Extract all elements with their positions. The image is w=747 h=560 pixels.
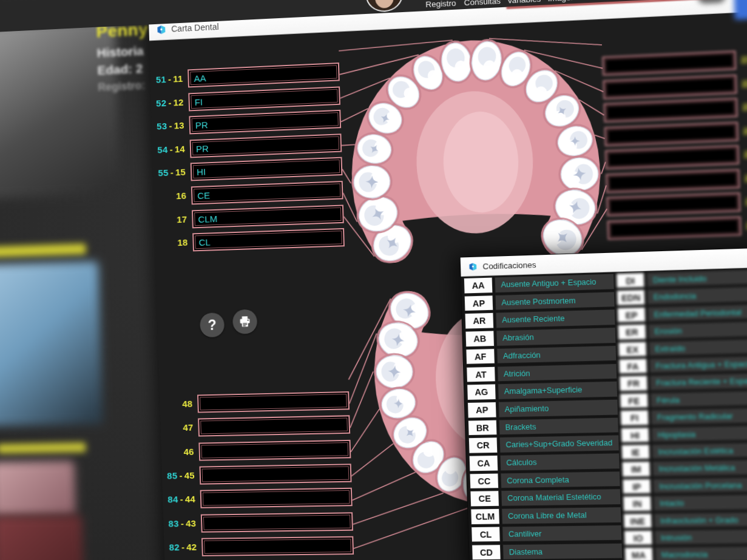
codif-code-IO[interactable]: IO (624, 530, 652, 546)
help-button[interactable]: ? (200, 312, 225, 337)
codif-code-EDN[interactable]: EDN (617, 289, 645, 305)
codif-desc-CC[interactable]: Corona Completa (500, 471, 620, 489)
codif-desc-AP[interactable]: Apiñamiento (498, 399, 618, 417)
codif-code-ER[interactable]: ER (618, 324, 646, 340)
codif-desc-DI[interactable]: Diente Incluido (646, 269, 747, 288)
tooth-code-input-28[interactable] (607, 216, 742, 239)
tooth-code-input-15[interactable]: HI (191, 157, 343, 181)
codif-desc-MA[interactable]: Macrodoncia (655, 546, 747, 560)
codif-code-FR[interactable]: FR (619, 376, 647, 391)
codif-desc-AP[interactable]: Ausente Postmortem (495, 291, 615, 311)
codif-code-CA[interactable]: CA (469, 455, 499, 471)
codif-code-IM[interactable]: IM (622, 461, 651, 477)
codif-desc-IN[interactable]: Intacto (653, 494, 747, 511)
codif-desc-CL[interactable]: Cantiliver (502, 525, 622, 542)
codif-desc-HI[interactable]: Hipoplasia (651, 425, 747, 442)
codif-desc-AB[interactable]: Abrasión (496, 327, 616, 346)
codif-code-IE[interactable]: IE (621, 444, 650, 460)
codif-code-CC[interactable]: CC (470, 473, 499, 489)
codif-desc-AT[interactable]: Atrición (497, 363, 617, 382)
tooth-code-input-47[interactable] (198, 416, 350, 437)
codif-desc-ER[interactable]: Erosión (648, 321, 747, 339)
tooth-code-input-22[interactable] (603, 75, 737, 99)
codif-desc-FR[interactable]: Fractura Reciente + Espacio (649, 373, 747, 391)
codif-code-AA[interactable]: AA (464, 277, 493, 294)
codif-desc-EX[interactable]: Extraído (648, 339, 747, 357)
tooth-code-input-13[interactable]: PR (189, 110, 341, 135)
codif-code-IP[interactable]: IP (622, 479, 651, 494)
codif-desc-EP[interactable]: Enfermedad Periodontal (647, 304, 747, 322)
tooth-code-input-24[interactable] (604, 121, 739, 146)
tooth-row: 84-44 (200, 490, 201, 508)
side-panel-blue (733, 0, 747, 20)
codif-desc-CLM[interactable]: Corona Libre de Metal (501, 507, 621, 524)
tooth-code-input-25[interactable] (605, 145, 739, 169)
codif-desc-CR[interactable]: Caries+Sup+Grado Severidad (499, 435, 620, 453)
codif-code-CE[interactable]: CE (470, 491, 499, 507)
codif-code-AP[interactable]: AP (467, 402, 497, 418)
codif-code-FE[interactable]: FE (620, 393, 648, 408)
codif-desc-AR[interactable]: Ausente Reciente (495, 309, 615, 329)
tooth-number-label: 84-44 (141, 490, 195, 509)
codif-desc-BR[interactable]: Brackets (499, 417, 619, 435)
codif-code-FI[interactable]: FI (620, 410, 649, 425)
codif-code-AP[interactable]: AP (464, 295, 494, 312)
codif-code-EX[interactable]: EX (618, 341, 647, 357)
codif-desc-AG[interactable]: Amalgama+Superficie (498, 381, 618, 400)
tooth-code-input-18[interactable]: CL (192, 228, 345, 251)
tooth-code-input-17[interactable]: CLM (192, 204, 344, 228)
tooth-code-input-16[interactable]: CE (191, 181, 343, 204)
tooth-code-input-48[interactable] (197, 391, 350, 413)
tooth-code-input-45[interactable] (199, 464, 351, 484)
print-button[interactable] (232, 309, 257, 334)
codif-code-INE[interactable]: INE (623, 513, 652, 528)
tooth-code-input-23[interactable] (604, 98, 738, 123)
codif-code-BR[interactable]: BR (468, 419, 498, 436)
codif-desc-IP[interactable]: Incrustación Porcelana (652, 477, 747, 494)
tooth-code-input-26[interactable] (606, 169, 740, 192)
codif-desc-CD[interactable]: Diastema (502, 542, 623, 560)
tooth-code-input-44[interactable] (200, 488, 353, 508)
codif-code-AR[interactable]: AR (465, 312, 495, 329)
codif-code-IN[interactable]: IN (623, 496, 651, 511)
codif-code-CR[interactable]: CR (468, 437, 498, 454)
tooth-code-input-14[interactable]: PR (190, 133, 342, 158)
codif-code-CLM[interactable]: CLM (470, 508, 500, 525)
codif-desc-CE[interactable]: Corona Material Estetético (501, 489, 621, 507)
tooth-code-input-27[interactable] (607, 192, 741, 216)
codif-desc-EDN[interactable]: Endodoncia (647, 286, 747, 305)
codificaciones-window: Codificaciones AAAusente Antiguo + Espac… (460, 245, 747, 560)
tooth-code-input-42[interactable] (201, 536, 354, 556)
codif-code-AB[interactable]: AB (465, 331, 495, 347)
tooth-row: 21-61 (603, 57, 603, 76)
tooth-code-input-43[interactable] (201, 512, 353, 533)
codif-desc-IM[interactable]: Incrustación Metálica (652, 459, 747, 476)
codif-desc-CA[interactable]: Cálculos (500, 453, 620, 471)
tooth[interactable] (375, 354, 414, 389)
codif-code-FA[interactable]: FA (618, 359, 647, 374)
codif-desc-AA[interactable]: Ausente Antiguo + Espacio (495, 274, 615, 293)
tooth-number-label: 52-12 (129, 93, 184, 113)
tooth-code-input-21[interactable] (603, 51, 737, 76)
codif-desc-FA[interactable]: Fractura Antigua + Espacio (649, 356, 747, 373)
codif-code-CL[interactable]: CL (471, 526, 501, 542)
tooth-row: 48 (197, 395, 198, 413)
codif-desc-FE[interactable]: Férula (650, 390, 747, 408)
tooth-code-input-12[interactable]: FI (188, 86, 340, 111)
codif-code-DI[interactable]: DI (616, 272, 644, 289)
codif-desc-IE[interactable]: Incrustación Estética (652, 442, 747, 459)
tooth[interactable] (559, 156, 600, 192)
codif-code-AT[interactable]: AT (466, 366, 496, 382)
codif-desc-IO[interactable]: Intrusión (654, 528, 747, 545)
codif-desc-INE[interactable]: Infraoclusión + Grado (654, 511, 747, 528)
codif-desc-AF[interactable]: Adfracción (496, 345, 617, 364)
codif-code-HI[interactable]: HI (621, 427, 649, 443)
codif-desc-FI[interactable]: Fragmento Radicular (651, 408, 747, 425)
codif-code-MA[interactable]: MA (624, 547, 653, 560)
codif-code-CD[interactable]: CD (472, 544, 501, 560)
tooth-code-input-46[interactable] (198, 439, 351, 460)
codif-code-EP[interactable]: EP (617, 307, 646, 323)
tooth-code-input-11[interactable]: AA (188, 62, 340, 87)
codif-code-AF[interactable]: AF (465, 348, 495, 365)
codif-code-AG[interactable]: AG (467, 384, 496, 400)
